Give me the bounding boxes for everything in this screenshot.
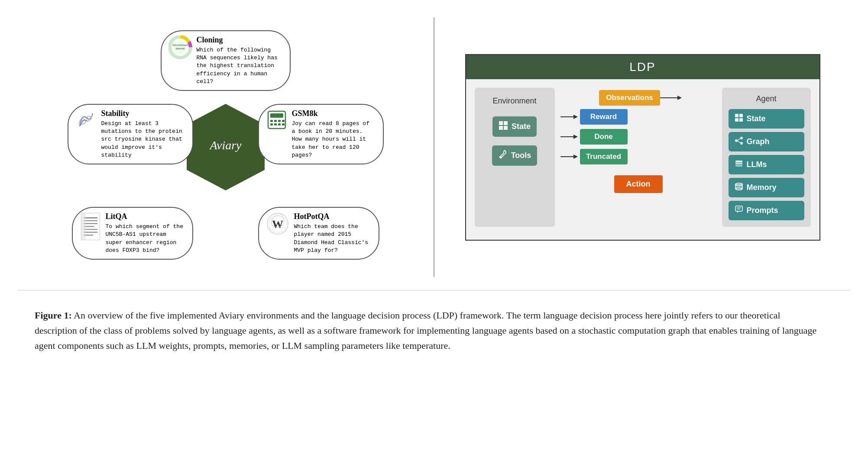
svg-rect-15	[274, 123, 277, 126]
agent-memory-icon	[735, 182, 743, 193]
litqa-node: LitQA To which segment of the UNC5B-AS1 …	[72, 207, 193, 260]
main-container: Aviary Recombinant	[17, 17, 851, 358]
svg-rect-9	[270, 113, 283, 118]
action-badge: Action	[614, 175, 663, 193]
svg-rect-10	[270, 120, 273, 122]
agent-state-icon	[735, 113, 743, 124]
cloning-icon: Recombinant plasmid	[168, 35, 192, 59]
svg-rect-31	[499, 121, 503, 125]
reward-badge: Reward	[580, 109, 628, 125]
gsm8k-node: GSM8k Joy can read 8 pages of a book in …	[258, 104, 384, 164]
wikipedia-icon: W	[266, 212, 290, 236]
ldp-header: LDP	[466, 55, 819, 79]
hotpotqa-text: Which team does the player named 2015 Di…	[294, 223, 372, 254]
agent-state-label: State	[747, 114, 766, 123]
reward-arrow	[560, 113, 578, 120]
action-row: Action	[558, 175, 719, 193]
svg-point-35	[500, 156, 502, 158]
svg-marker-37	[677, 96, 682, 100]
svg-marker-41	[573, 135, 578, 139]
svg-rect-11	[274, 120, 277, 122]
caption-label: Figure 1:	[35, 310, 72, 321]
hotpotqa-node: W HotPotQA Which team does the player na…	[258, 207, 379, 260]
observations-row: Observations	[558, 90, 719, 106]
cloning-node: Recombinant plasmid Cloning Which of the…	[161, 30, 291, 91]
svg-text:Recombinant: Recombinant	[172, 44, 188, 46]
svg-point-49	[740, 137, 743, 139]
svg-rect-26	[81, 213, 86, 240]
middle-arrows-section: Observations	[555, 88, 722, 227]
truncated-row: Truncated	[560, 149, 628, 164]
svg-rect-55	[735, 165, 742, 167]
ldp-title: LDP	[629, 60, 655, 74]
observations-badge: Observations	[599, 90, 660, 106]
agent-memory-label: Memory	[747, 183, 777, 192]
env-tools-label: Tools	[511, 151, 531, 160]
agent-prompts-item: Prompts	[729, 201, 804, 220]
svg-rect-17	[282, 123, 285, 126]
svg-rect-44	[735, 114, 738, 117]
document-icon	[80, 212, 101, 240]
done-row: Done	[560, 129, 628, 145]
agent-prompts-icon	[735, 205, 743, 216]
calculator-icon	[266, 109, 288, 131]
env-state-label: State	[512, 122, 531, 131]
state-grid-icon	[499, 121, 508, 132]
caption: Figure 1: An overview of the five implem…	[17, 303, 840, 358]
agent-label: Agent	[729, 94, 804, 103]
svg-line-51	[738, 138, 740, 140]
stability-content: Stability Design at least 3 mutations to…	[101, 109, 185, 159]
left-panel: Aviary Recombinant	[17, 17, 434, 277]
svg-rect-47	[739, 118, 743, 122]
reward-done-truncated: Reward Done	[558, 109, 719, 164]
svg-rect-16	[278, 123, 281, 126]
cloning-title: Cloning	[197, 35, 283, 45]
litqa-content: LitQA To which segment of the UNC5B-AS1 …	[106, 212, 185, 254]
agent-llms-label: LLMs	[747, 160, 767, 169]
agent-graph-icon	[735, 136, 743, 147]
agent-graph-label: Graph	[747, 137, 770, 146]
svg-rect-34	[504, 126, 508, 130]
environment-label: Environment	[492, 97, 536, 106]
protein-icon	[75, 109, 97, 131]
environment-section: Environment State	[475, 88, 555, 227]
gsm8k-content: GSM8k Joy can read 8 pages of a book in …	[292, 109, 376, 159]
aviary-diagram: Aviary Recombinant	[63, 26, 388, 268]
agent-state-item: State	[729, 109, 804, 129]
svg-rect-45	[739, 114, 743, 117]
env-state-item: State	[492, 116, 537, 137]
right-panel: LDP Environment	[434, 17, 851, 277]
svg-point-50	[740, 142, 743, 145]
tools-wrench-icon	[498, 150, 508, 161]
agent-prompts-label: Prompts	[747, 206, 778, 215]
litqa-title: LitQA	[106, 212, 185, 221]
svg-rect-12	[278, 120, 281, 122]
svg-line-52	[738, 141, 740, 143]
svg-rect-14	[270, 123, 273, 126]
svg-marker-43	[573, 154, 578, 159]
ldp-box: LDP Environment	[465, 54, 820, 241]
agent-memory-item: Memory	[729, 178, 804, 197]
svg-text:Aviary: Aviary	[209, 138, 242, 152]
obs-arrow	[660, 93, 682, 102]
caption-text: An overview of the five implemented Avia…	[35, 310, 816, 351]
svg-text:plasmid: plasmid	[175, 47, 185, 50]
stability-node: Stability Design at least 3 mutations to…	[68, 104, 193, 164]
svg-point-48	[735, 139, 738, 142]
svg-rect-46	[735, 118, 738, 122]
gsm8k-title: GSM8k	[292, 109, 376, 118]
svg-text:W: W	[272, 218, 283, 231]
svg-rect-54	[735, 163, 742, 164]
truncated-badge: Truncated	[580, 149, 628, 164]
reward-row: Reward	[560, 109, 628, 125]
svg-marker-39	[573, 115, 578, 119]
svg-rect-13	[282, 120, 285, 122]
hotpotqa-title: HotPotQA	[294, 212, 372, 221]
svg-rect-60	[735, 206, 742, 211]
truncated-arrow	[560, 153, 578, 160]
env-tools-item: Tools	[492, 145, 538, 166]
cloning-content: Cloning Which of the following RNA seque…	[197, 35, 283, 86]
ldp-content: Environment State	[466, 79, 819, 240]
stability-title: Stability	[101, 109, 185, 118]
cloning-text: Which of the following RNA sequences lik…	[197, 46, 283, 86]
